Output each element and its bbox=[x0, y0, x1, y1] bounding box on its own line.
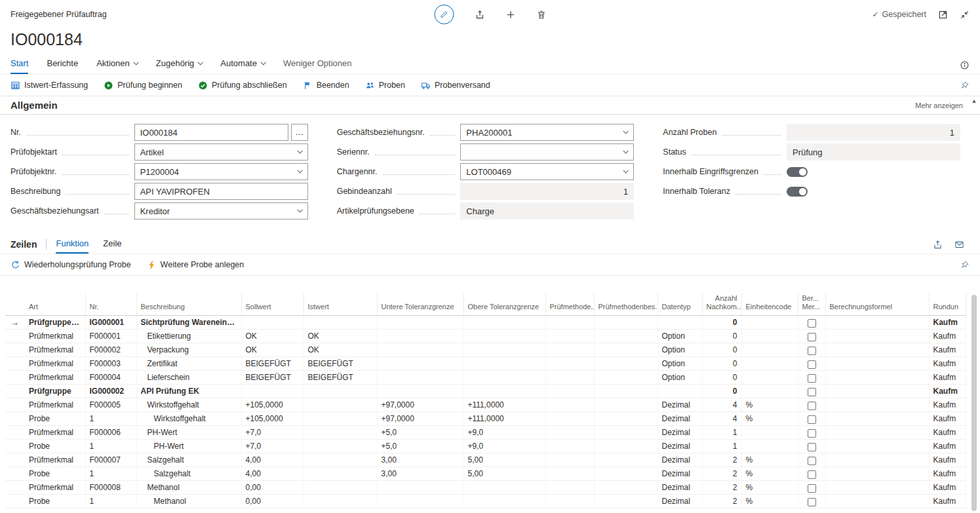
checkbox[interactable] bbox=[808, 402, 816, 410]
menu-tab-weniger-optionen[interactable]: Weniger Optionen bbox=[283, 56, 352, 74]
untere-cell[interactable] bbox=[377, 481, 463, 495]
pruefmethodenbes-cell[interactable] bbox=[594, 316, 657, 330]
istwert-cell[interactable] bbox=[304, 481, 377, 495]
nr-cell[interactable]: F000005 bbox=[85, 398, 136, 412]
untere-cell[interactable] bbox=[377, 357, 463, 371]
checkbox[interactable] bbox=[808, 360, 816, 369]
beschreibung-cell[interactable]: PH-Wert bbox=[136, 440, 241, 453]
pruefmethode-cell[interactable] bbox=[545, 371, 594, 385]
anzahl-cell[interactable]: 4 bbox=[702, 412, 741, 426]
pruefmethode-cell[interactable] bbox=[545, 398, 594, 412]
datentyp-cell[interactable] bbox=[657, 316, 702, 330]
pruefmethode-cell[interactable] bbox=[545, 495, 594, 508]
check-cell[interactable] bbox=[798, 357, 825, 371]
delete-button[interactable] bbox=[536, 10, 546, 20]
untere-cell[interactable]: +5,0 bbox=[377, 426, 463, 440]
pruefmethode-cell[interactable] bbox=[545, 385, 594, 398]
action-probenversand[interactable]: Probenversand bbox=[421, 81, 490, 90]
beschreibung-cell[interactable]: Verpackung bbox=[136, 343, 241, 357]
checkbox[interactable] bbox=[808, 429, 816, 438]
einheit-cell[interactable] bbox=[741, 426, 798, 440]
istwert-cell[interactable] bbox=[304, 467, 377, 481]
pruefmethodenbes-cell[interactable] bbox=[594, 330, 657, 343]
anzahl-cell[interactable]: 0 bbox=[702, 316, 741, 330]
column-header-einheit[interactable]: Einheitencode bbox=[741, 293, 798, 316]
anzahl-cell[interactable]: 2 bbox=[702, 453, 741, 467]
check-cell[interactable] bbox=[798, 371, 825, 385]
select-field[interactable]: Artikel bbox=[134, 143, 308, 161]
obere-cell[interactable] bbox=[463, 357, 545, 371]
istwert-cell[interactable]: BEIGEFÜGT bbox=[304, 371, 377, 385]
column-header-obere[interactable]: Obere Toleranzgrenze bbox=[463, 293, 545, 316]
lines-tab-zeile[interactable]: Zeile bbox=[103, 237, 121, 254]
text-field[interactable]: API YAVIPROFEN bbox=[134, 183, 308, 200]
untere-cell[interactable]: 3,00 bbox=[377, 467, 463, 481]
row-selector[interactable] bbox=[5, 330, 25, 343]
art-cell[interactable]: Probe bbox=[25, 495, 85, 508]
sollwert-cell[interactable]: BEIGEFÜGT bbox=[241, 357, 304, 371]
formel-cell[interactable] bbox=[825, 440, 929, 453]
obere-cell[interactable] bbox=[463, 371, 545, 385]
nr-cell[interactable]: F000007 bbox=[85, 453, 136, 467]
checkbox[interactable] bbox=[808, 498, 816, 506]
action-wiederholungsprüfung-probe[interactable]: Wiederholungsprüfung Probe bbox=[10, 260, 131, 270]
column-header-beschreibung[interactable]: Beschreibung bbox=[136, 293, 241, 316]
column-header-datentyp[interactable]: Datentyp bbox=[657, 293, 702, 316]
datentyp-cell[interactable]: Dezimal bbox=[657, 495, 702, 508]
pin-button[interactable] bbox=[960, 81, 970, 90]
datentyp-cell[interactable]: Option bbox=[657, 357, 702, 371]
beschreibung-cell[interactable]: Wirkstoffgehalt bbox=[136, 412, 241, 426]
rundung-cell[interactable]: Kaufm bbox=[929, 495, 966, 508]
einheit-cell[interactable] bbox=[741, 343, 798, 357]
nr-cell[interactable]: F000002 bbox=[85, 343, 136, 357]
row-selector[interactable] bbox=[5, 385, 25, 398]
pruefmethode-cell[interactable] bbox=[545, 426, 594, 440]
istwert-cell[interactable] bbox=[304, 412, 377, 426]
pruefmethode-cell[interactable] bbox=[545, 316, 594, 330]
toggle-innerhalb-eingriffsgrenzen[interactable] bbox=[787, 167, 808, 177]
datentyp-cell[interactable]: Dezimal bbox=[657, 398, 702, 412]
pruefmethode-cell[interactable] bbox=[545, 467, 594, 481]
toggle-innerhalb-toleranz[interactable] bbox=[787, 187, 808, 197]
check-cell[interactable] bbox=[798, 398, 825, 412]
nr-cell[interactable]: F000006 bbox=[85, 426, 136, 440]
datentyp-cell[interactable]: Dezimal bbox=[657, 440, 702, 453]
formel-cell[interactable] bbox=[825, 357, 929, 371]
art-cell[interactable]: Prüfmerkmal bbox=[25, 371, 85, 385]
einheit-cell[interactable] bbox=[741, 440, 798, 453]
obere-cell[interactable] bbox=[463, 495, 545, 508]
row-selector[interactable] bbox=[5, 426, 25, 440]
email-lines-button[interactable] bbox=[954, 240, 964, 250]
sollwert-cell[interactable]: 4,00 bbox=[241, 467, 304, 481]
einheit-cell[interactable]: % bbox=[741, 398, 798, 412]
rundung-cell[interactable]: Kaufm bbox=[929, 371, 966, 385]
column-header-istwert[interactable]: Istwert bbox=[304, 293, 377, 316]
column-header-untere[interactable]: Untere Toleranzgrenze bbox=[377, 293, 463, 316]
art-cell[interactable]: Prüfmerkmal bbox=[25, 453, 85, 467]
einheit-cell[interactable]: % bbox=[741, 412, 798, 426]
select-field[interactable]: LOT000469 bbox=[460, 163, 634, 180]
sollwert-cell[interactable]: +7,0 bbox=[241, 440, 304, 453]
untere-cell[interactable]: 3,00 bbox=[377, 453, 463, 467]
art-cell[interactable]: Prüfmerkmal bbox=[25, 357, 85, 371]
sollwert-cell[interactable] bbox=[241, 385, 304, 398]
share-button[interactable] bbox=[475, 10, 484, 20]
nr-cell[interactable]: 1 bbox=[85, 412, 136, 426]
anzahl-cell[interactable]: 0 bbox=[702, 385, 741, 398]
checkbox[interactable] bbox=[808, 443, 816, 451]
sollwert-cell[interactable]: OK bbox=[241, 330, 304, 343]
obere-cell[interactable]: +9,0 bbox=[463, 426, 545, 440]
rundung-cell[interactable]: Kaufm bbox=[929, 412, 966, 426]
beschreibung-cell[interactable]: Methanol bbox=[136, 495, 241, 508]
sollwert-cell[interactable]: 0,00 bbox=[241, 495, 304, 508]
pruefmethodenbes-cell[interactable] bbox=[594, 371, 657, 385]
obere-cell[interactable] bbox=[463, 316, 545, 330]
untere-cell[interactable] bbox=[377, 371, 463, 385]
formel-cell[interactable] bbox=[825, 481, 929, 495]
lines-tab-funktion[interactable]: Funktion bbox=[56, 237, 88, 254]
einheit-cell[interactable] bbox=[741, 357, 798, 371]
checkbox[interactable] bbox=[808, 484, 816, 493]
anzahl-cell[interactable]: 0 bbox=[702, 343, 741, 357]
datentyp-cell[interactable]: Dezimal bbox=[657, 426, 702, 440]
obere-cell[interactable] bbox=[463, 481, 545, 495]
